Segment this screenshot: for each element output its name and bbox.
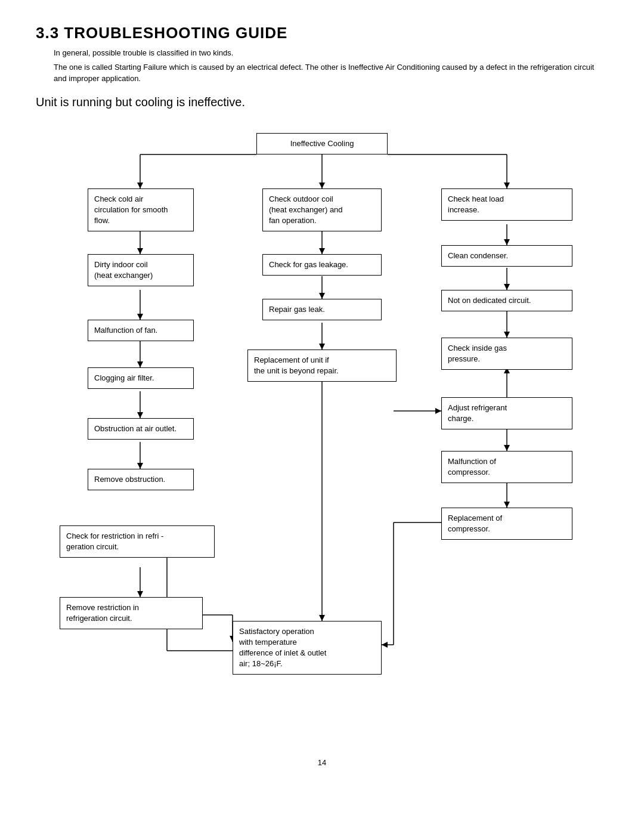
svg-marker-21	[319, 293, 325, 299]
box-malfunction-compressor: Malfunction of compressor.	[441, 451, 572, 483]
box-dirty-indoor-coil: Dirty indoor coil (heat exchanger)	[88, 254, 194, 286]
box-replacement-unit: Replacement of unit if the unit is beyon…	[247, 350, 397, 382]
svg-marker-9	[137, 248, 143, 254]
svg-marker-15	[137, 412, 143, 418]
box-check-gas-leakage: Check for gas leakage.	[262, 254, 382, 276]
intro-line-1: In general, possible trouble is classifi…	[54, 47, 608, 59]
box-malfunction-fan: Malfunction of fan.	[88, 320, 194, 341]
box-adjust-refrigerant: Adjust refrigerant charge.	[441, 397, 572, 429]
svg-marker-17	[137, 463, 143, 469]
box-check-cold-air: Check cold air circulation for smooth fl…	[88, 188, 194, 232]
subtitle: Unit is running but cooling is ineffecti…	[36, 95, 608, 109]
svg-marker-13	[137, 361, 143, 367]
svg-marker-50	[382, 642, 388, 648]
svg-marker-43	[137, 591, 143, 597]
svg-marker-4	[319, 183, 325, 188]
box-check-heat-load: Check heat load increase.	[441, 188, 572, 221]
svg-marker-33	[504, 445, 510, 451]
svg-marker-7	[504, 183, 510, 188]
box-check-restriction: Check for restriction in refri - geratio…	[60, 525, 215, 558]
box-remove-restriction: Remove restriction in refrigeration circ…	[60, 597, 203, 629]
box-not-dedicated: Not on dedicated circuit.	[441, 290, 572, 311]
svg-marker-11	[137, 314, 143, 320]
box-remove-obstruction: Remove obstruction.	[88, 469, 194, 490]
box-repair-gas-leak: Repair gas leak.	[262, 299, 382, 320]
box-replacement-compressor: Replacement of compressor.	[441, 508, 572, 540]
svg-marker-25	[504, 239, 510, 245]
svg-marker-37	[319, 615, 325, 621]
box-clogging-air-filter: Clogging air filter.	[88, 367, 194, 389]
box-ineffective-cooling: Ineffective Cooling	[256, 133, 388, 154]
svg-marker-29	[504, 332, 510, 338]
flowchart-diagram: Ineffective Cooling Check cold air circu…	[36, 120, 608, 746]
svg-marker-27	[504, 284, 510, 290]
box-clean-condenser: Clean condenser.	[441, 245, 572, 267]
box-check-inside-gas: Check inside gas pressure.	[441, 338, 572, 370]
box-obstruction-air: Obstruction at air outlet.	[88, 418, 194, 440]
svg-marker-35	[504, 502, 510, 508]
svg-marker-2	[137, 183, 143, 188]
box-satisfactory-operation: Satisfactory operation with temperature …	[233, 621, 382, 675]
svg-marker-52	[435, 408, 441, 414]
intro-line-2: The one is called Starting Failure which…	[54, 61, 608, 85]
section-title: 3.3 TROUBLESHOOTING GUIDE	[36, 24, 608, 42]
svg-marker-19	[319, 248, 325, 254]
box-check-outdoor-coil: Check outdoor coil (heat exchanger) and …	[262, 188, 382, 232]
svg-marker-23	[319, 344, 325, 350]
page-number: 14	[36, 758, 608, 767]
